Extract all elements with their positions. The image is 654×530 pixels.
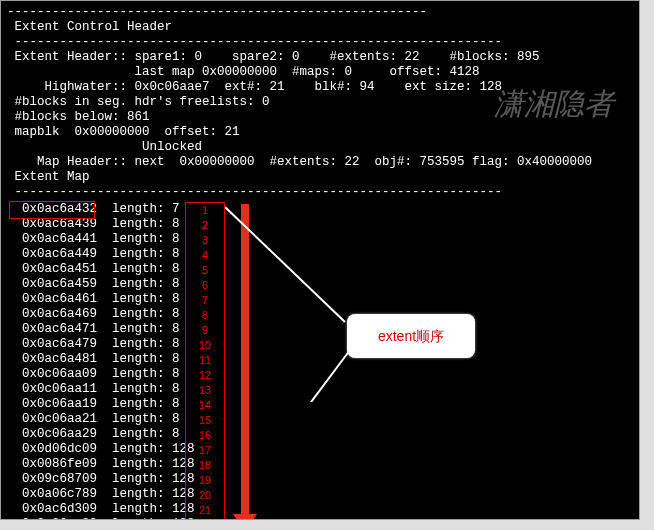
extent-row: 0x0ac6a441 length: 8 [7, 232, 633, 247]
extent-order-number: 14 [186, 398, 224, 413]
extent-order-number: 21 [186, 503, 224, 518]
extent-order-number: 16 [186, 428, 224, 443]
extent-order-number: 22 [186, 518, 224, 520]
header-line-1: Extent Header:: spare1: 0 spare2: 0 #ext… [7, 50, 633, 65]
extent-order-number: 8 [186, 308, 224, 323]
section-header: Extent Control Header [7, 20, 633, 35]
extent-row: 0x0ac6a451 length: 8 [7, 262, 633, 277]
callout-label: extent顺序 [378, 329, 444, 344]
header-line-6: mapblk 0x00000000 offset: 21 [7, 125, 633, 140]
extent-row: 0x0ac6d309 length: 128 [7, 502, 633, 517]
extent-row: 0x0ac6a459 length: 8 [7, 277, 633, 292]
extent-row: 0x0ac6a479 length: 8 [7, 337, 633, 352]
extent-order-number: 15 [186, 413, 224, 428]
callout-box: extent顺序 [347, 314, 475, 358]
extent-order-number: 2 [186, 218, 224, 233]
extent-order-number: 18 [186, 458, 224, 473]
extent-order-number: 3 [186, 233, 224, 248]
extent-order-number: 12 [186, 368, 224, 383]
sep-top: ----------------------------------------… [7, 5, 633, 20]
extent-row: 0x09c68709 length: 128 [7, 472, 633, 487]
extent-order-number: 20 [186, 488, 224, 503]
extent-order-number: 10 [186, 338, 224, 353]
header-line-8: Map Header:: next 0x00000000 #extents: 2… [7, 155, 633, 170]
extent-row: 0x0ac6a481 length: 8 [7, 352, 633, 367]
extent-row: 0x0c06aa19 length: 8 [7, 397, 633, 412]
extent-row: 0x0c06aa09 length: 8 [7, 367, 633, 382]
extent-row: 0x0c06aa11 length: 8 [7, 382, 633, 397]
extent-row: 0x0ac6a461 length: 8 [7, 292, 633, 307]
extent-row: 0x0ac6a469 length: 8 [7, 307, 633, 322]
sep-2: ----------------------------------------… [7, 35, 633, 50]
extent-order-number: 9 [186, 323, 224, 338]
extent-map: 12345678910111213141516171819202122 exte… [7, 202, 633, 520]
header-line-5: #blocks below: 861 [7, 110, 633, 125]
extent-row: 0x0ac6a471 length: 8 [7, 322, 633, 337]
header-line-7: Unlocked [7, 140, 633, 155]
extent-order-number: 1 [186, 203, 224, 218]
extent-order-number: 19 [186, 473, 224, 488]
extent-row: 0x0c06aa29 length: 8 [7, 427, 633, 442]
extent-order-column: 12345678910111213141516171819202122 [185, 202, 225, 520]
terminal-window: ----------------------------------------… [0, 0, 640, 520]
extent-row: 0x0ac6a439 length: 8 [7, 217, 633, 232]
extent-row: 0x0c06aa89 length: 128 [7, 517, 633, 520]
header-line-4: #blocks in seg. hdr's freelists: 0 [7, 95, 633, 110]
extent-row: 0x0ac6a432 length: 7 [7, 202, 633, 217]
header-line-2: last map 0x00000000 #maps: 0 offset: 412… [7, 65, 633, 80]
extent-order-number: 5 [186, 263, 224, 278]
extent-row: 0x0086fe09 length: 128 [7, 457, 633, 472]
extent-row: 0x0ac6a449 length: 8 [7, 247, 633, 262]
extent-row: 0x0a06c789 length: 128 [7, 487, 633, 502]
header-line-3: Highwater:: 0x0c06aae7 ext#: 21 blk#: 94… [7, 80, 633, 95]
extent-row: 0x0c06aa21 length: 8 [7, 412, 633, 427]
extent-order-number: 7 [186, 293, 224, 308]
extent-order-number: 6 [186, 278, 224, 293]
extent-order-number: 13 [186, 383, 224, 398]
extent-order-number: 11 [186, 353, 224, 368]
extent-order-number: 4 [186, 248, 224, 263]
extent-sep: ----------------------------------------… [7, 185, 633, 200]
extent-row: 0x0d06dc09 length: 128 [7, 442, 633, 457]
extent-map-label: Extent Map [7, 170, 633, 185]
extent-order-number: 17 [186, 443, 224, 458]
